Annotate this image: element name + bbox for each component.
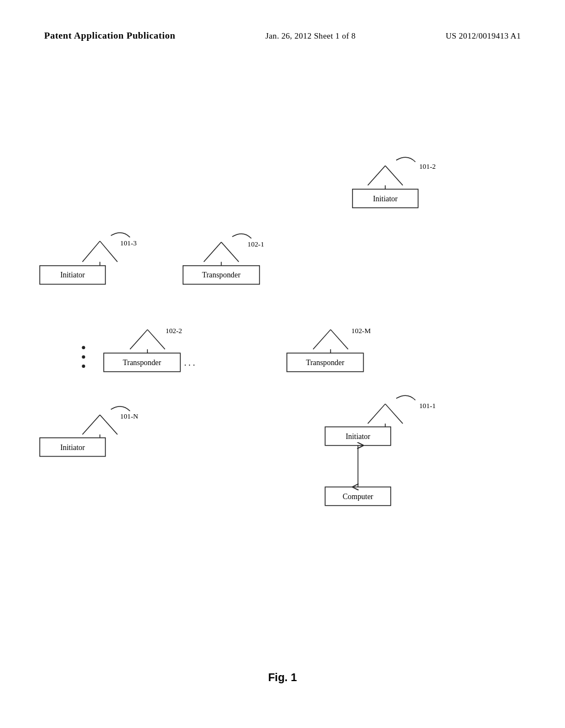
svg-line-6 xyxy=(82,241,100,262)
svg-text:. . .: . . . xyxy=(184,358,195,367)
svg-line-0 xyxy=(368,165,386,185)
svg-line-40 xyxy=(368,404,386,424)
svg-point-24 xyxy=(82,346,85,349)
patent-page: Patent Application Publication Jan. 26, … xyxy=(0,0,565,728)
header-publication-type: Patent Application Publication xyxy=(44,30,175,41)
svg-text:101-N: 101-N xyxy=(120,413,138,420)
svg-line-1 xyxy=(385,165,403,185)
svg-text:Computer: Computer xyxy=(343,493,374,501)
svg-rect-15 xyxy=(183,266,260,285)
svg-line-41 xyxy=(385,404,403,424)
svg-line-28 xyxy=(313,330,331,350)
svg-point-25 xyxy=(82,355,85,358)
svg-line-34 xyxy=(82,415,100,435)
svg-text:101-1: 101-1 xyxy=(419,402,436,410)
svg-line-35 xyxy=(100,415,118,435)
svg-text:102-M: 102-M xyxy=(351,327,371,335)
svg-rect-9 xyxy=(40,266,105,285)
svg-rect-3 xyxy=(353,189,418,208)
figure-caption: Fig. 1 xyxy=(0,671,565,684)
svg-text:Initiator: Initiator xyxy=(60,271,85,280)
svg-text:Initiator: Initiator xyxy=(60,443,85,452)
svg-text:101-2: 101-2 xyxy=(419,163,436,170)
svg-rect-37 xyxy=(40,438,105,457)
svg-text:Transponder: Transponder xyxy=(123,358,162,367)
svg-line-13 xyxy=(221,242,239,262)
diagram-svg: Initiator 101-2 Initiator 101-3 Tr xyxy=(0,72,565,662)
svg-rect-21 xyxy=(104,353,180,372)
diagram: Initiator 101-2 Initiator 101-3 Tr xyxy=(0,72,565,662)
svg-line-18 xyxy=(130,330,148,350)
svg-line-7 xyxy=(100,241,118,262)
svg-rect-46 xyxy=(325,487,391,506)
svg-rect-31 xyxy=(287,353,364,372)
header-date-sheet: Jan. 26, 2012 Sheet 1 of 8 xyxy=(265,31,356,41)
svg-line-12 xyxy=(204,242,221,262)
svg-text:Transponder: Transponder xyxy=(306,358,344,367)
svg-text:102-1: 102-1 xyxy=(248,240,264,248)
header-patent-number: US 2012/0019413 A1 xyxy=(446,31,521,41)
header: Patent Application Publication Jan. 26, … xyxy=(0,30,565,41)
svg-text:Transponder: Transponder xyxy=(202,271,241,280)
svg-text:101-3: 101-3 xyxy=(120,239,137,247)
svg-rect-43 xyxy=(325,427,391,446)
svg-line-19 xyxy=(147,330,165,350)
svg-text:102-2: 102-2 xyxy=(166,327,182,335)
svg-line-29 xyxy=(331,330,348,350)
svg-text:Initiator: Initiator xyxy=(345,432,370,441)
svg-point-26 xyxy=(82,365,85,368)
svg-text:Initiator: Initiator xyxy=(373,195,398,203)
